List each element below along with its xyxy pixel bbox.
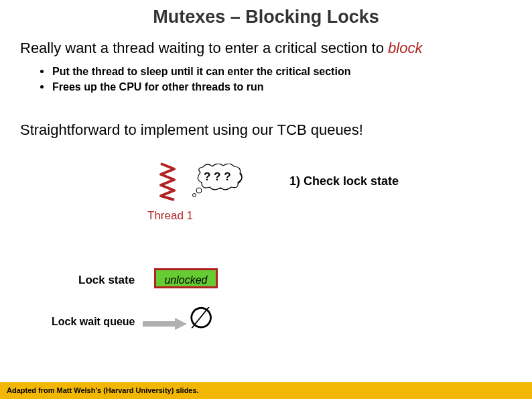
diagram-area: ? ? ? 1) Check lock state Thread 1 Lock … <box>0 154 532 369</box>
slide-subtitle: Really want a thread waiting to enter a … <box>0 27 532 61</box>
lock-state-value-box: unlocked <box>154 268 218 288</box>
bullet-list: Put the thread to sleep until it can ent… <box>0 64 532 95</box>
slide-title: Mutexes – Blocking Locks <box>0 0 532 27</box>
bullet-item: Put the thread to sleep until it can ent… <box>52 64 532 79</box>
lock-state-label: Lock state <box>78 274 135 287</box>
arrow-right-icon <box>143 318 187 330</box>
thread-zigzag-icon <box>157 162 179 201</box>
thread-1-caption: Thread 1 <box>147 209 193 223</box>
subtitle-emphasis: block <box>388 40 422 56</box>
empty-set-symbol: ∅ <box>188 300 214 335</box>
step-1-label: 1) Check lock state <box>289 174 399 188</box>
svg-marker-4 <box>175 318 187 330</box>
thought-text: ? ? ? <box>204 170 231 184</box>
svg-point-2 <box>193 194 196 197</box>
footer-attribution: Adapted from Matt Welsh's (Harvard Unive… <box>0 382 532 399</box>
bullet-item: Frees up the CPU for other threads to ru… <box>52 79 532 95</box>
svg-rect-3 <box>143 321 175 327</box>
tcb-queues-line: Straightforward to implement using our T… <box>0 121 532 139</box>
svg-point-1 <box>196 188 202 193</box>
subtitle-plain: Really want a thread waiting to enter a … <box>20 40 388 56</box>
lock-wait-queue-label: Lock wait queue <box>52 316 135 328</box>
